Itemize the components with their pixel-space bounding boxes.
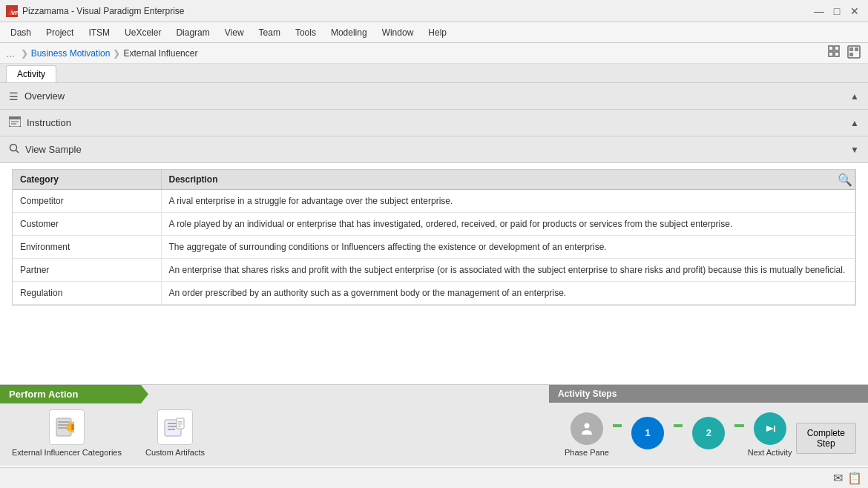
overview-arrow: ▲: [850, 91, 859, 102]
svg-rect-27: [168, 429, 175, 430]
cell-category-1: Customer: [13, 213, 161, 236]
breadcrumb-view-icon[interactable]: [846, 44, 862, 63]
step-line-2: [674, 424, 683, 427]
cell-description-2: The aggregate of surrounding conditions …: [161, 236, 855, 259]
col-description: Description: [161, 170, 855, 190]
cell-description-1: A role played by an individual or enterp…: [161, 213, 855, 236]
custom-artifacts-icon: [157, 409, 193, 445]
app-icon: VP: [6, 5, 18, 17]
view-sample-arrow: ▼: [850, 145, 859, 155]
instruction-label: Instruction: [27, 117, 850, 128]
svg-rect-30: [178, 423, 183, 425]
step-label-next: Next Activity: [744, 448, 796, 457]
svg-text:VP: VP: [11, 10, 18, 16]
menu-team[interactable]: Team: [251, 24, 288, 41]
action-external-influencer[interactable]: External Influencer Categories: [12, 409, 122, 457]
col-category: Category: [13, 170, 161, 190]
svg-rect-18: [58, 421, 70, 423]
instruction-icon: [9, 116, 21, 129]
minimize-button[interactable]: —: [812, 4, 826, 19]
menu-dash[interactable]: Dash: [3, 24, 39, 41]
step-circle-phase[interactable]: [571, 412, 603, 445]
window-controls: — □ ✕: [812, 4, 862, 19]
title-text: Pizzamama - Visual Paradigm Enterprise: [22, 6, 812, 16]
table-header-row: Category Description: [13, 170, 855, 190]
svg-line-16: [16, 151, 19, 154]
svg-point-33: [585, 423, 590, 428]
svg-rect-29: [178, 421, 183, 423]
breadcrumb-bar: ... ❯ Business Motivation ❯ External Inf…: [0, 43, 868, 64]
menu-itsm[interactable]: ITSM: [81, 24, 117, 41]
menu-diagram[interactable]: Diagram: [168, 24, 217, 41]
section-view-sample[interactable]: View Sample ▼: [0, 136, 868, 163]
table-row: RegulationAn order prescribed by an auth…: [13, 282, 855, 305]
overview-icon: ☰: [9, 90, 19, 102]
section-instruction[interactable]: Instruction ▲: [0, 110, 868, 136]
sample-section: 🔍 Category Description CompetitorA rival…: [0, 169, 868, 306]
step-circle-2[interactable]: 2: [692, 417, 725, 449]
close-button[interactable]: ✕: [847, 4, 862, 19]
table-row: EnvironmentThe aggregate of surrounding …: [13, 236, 855, 259]
action-custom-artifacts[interactable]: Custom Artifacts: [145, 409, 205, 457]
menu-view[interactable]: View: [217, 24, 251, 41]
menu-uexceler[interactable]: UeXceler: [117, 24, 168, 41]
email-icon[interactable]: ✉: [833, 471, 843, 485]
svg-rect-12: [9, 116, 21, 119]
bottom-area: Perform Action Extern: [0, 384, 868, 466]
svg-point-22: [71, 424, 74, 427]
table-row: PartnerAn enterprise that shares risks a…: [13, 259, 855, 282]
breadcrumb-dots[interactable]: ...: [6, 47, 15, 59]
activity-steps-panel: Activity Steps Phase Pane: [549, 385, 868, 466]
step-circle-1[interactable]: 1: [631, 417, 664, 449]
cell-category-3: Partner: [13, 259, 161, 282]
maximize-button[interactable]: □: [829, 4, 844, 19]
steps-content: Phase Pane 1 2: [549, 403, 868, 466]
file-icon[interactable]: 📋: [847, 471, 862, 485]
cell-category-0: Competitor: [13, 190, 161, 213]
cell-description-3: An enterprise that shares risks and prof…: [161, 259, 855, 282]
complete-step-button[interactable]: Complete Step: [796, 423, 856, 454]
tab-activity[interactable]: Activity: [6, 65, 56, 82]
cell-category-4: Regulation: [13, 282, 161, 305]
data-table: Category Description CompetitorA rival e…: [13, 170, 855, 305]
step-2: 2: [683, 417, 734, 452]
breadcrumb-actions: [826, 44, 862, 63]
menu-project[interactable]: Project: [39, 24, 81, 41]
breadcrumb-grid-icon[interactable]: [826, 44, 843, 63]
activity-steps-title: Activity Steps: [549, 385, 868, 403]
menu-bar: Dash Project ITSM UeXceler Diagram View …: [0, 22, 868, 43]
menu-help[interactable]: Help: [421, 24, 454, 41]
svg-rect-5: [829, 52, 833, 56]
breadcrumb-external-influencer: External Influencer: [123, 48, 197, 59]
breadcrumb-business-motivation[interactable]: Business Motivation: [31, 48, 111, 59]
external-influencer-icon: [49, 409, 85, 445]
step-circle-next[interactable]: [754, 412, 786, 445]
overview-label: Overview: [24, 90, 850, 102]
breadcrumb-sep-2: ❯: [113, 48, 120, 59]
table-row: CustomerA role played by an individual o…: [13, 213, 855, 236]
section-overview[interactable]: ☰ Overview ▲: [0, 83, 868, 110]
step-phase-pane: Phase Pane: [561, 412, 613, 457]
svg-rect-8: [849, 47, 853, 51]
perform-action-panel: Perform Action Extern: [0, 385, 549, 466]
svg-point-15: [10, 145, 17, 151]
breadcrumb-sep-1: ❯: [21, 48, 28, 59]
menu-modeling[interactable]: Modeling: [323, 24, 375, 41]
title-bar: VP Pizzamama - Visual Paradigm Enterpris…: [0, 0, 868, 22]
menu-window[interactable]: Window: [375, 24, 421, 41]
external-influencer-label: External Influencer Categories: [12, 448, 122, 457]
status-bar: ✉ 📋: [0, 467, 868, 488]
view-sample-label: View Sample: [25, 144, 850, 155]
svg-rect-10: [849, 53, 853, 56]
step-label-phase: Phase Pane: [561, 448, 613, 457]
menu-tools[interactable]: Tools: [288, 24, 323, 41]
svg-point-32: [578, 420, 596, 438]
view-sample-icon: [9, 143, 19, 156]
svg-rect-4: [835, 46, 839, 50]
custom-artifacts-label: Custom Artifacts: [145, 448, 205, 457]
cell-category-2: Environment: [13, 236, 161, 259]
zoom-icon[interactable]: 🔍: [838, 173, 852, 187]
table-row: CompetitorA rival enterprise in a strugg…: [13, 190, 855, 213]
step-line-1: [613, 424, 622, 427]
tab-bar: Activity: [0, 64, 868, 83]
